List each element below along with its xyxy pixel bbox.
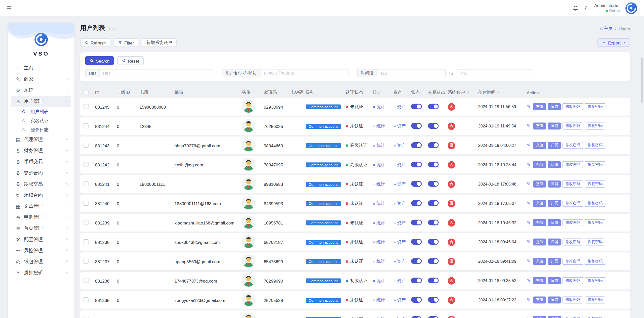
username-input[interactable] bbox=[260, 69, 348, 77]
assets-link[interactable]: »资产 bbox=[393, 258, 406, 264]
status-toggle[interactable] bbox=[411, 316, 422, 318]
recharge-button[interactable]: 充值 bbox=[533, 180, 546, 188]
row-checkbox[interactable] bbox=[84, 143, 89, 148]
recharge-button[interactable]: 充值 bbox=[533, 316, 546, 318]
user-avatar[interactable] bbox=[242, 274, 255, 287]
sidebar-item[interactable]: ⊕ 申购管理 › bbox=[11, 212, 71, 223]
recharge-button[interactable]: 充值 bbox=[533, 142, 546, 149]
time-start-input[interactable] bbox=[377, 69, 446, 77]
sidebar-item[interactable]: ⚙ 系统 › bbox=[11, 85, 71, 96]
change-password-button[interactable]: 修改密码 bbox=[562, 122, 583, 129]
trade-status-toggle[interactable] bbox=[428, 239, 439, 245]
status-toggle[interactable] bbox=[411, 142, 422, 148]
assign-button[interactable]: 归属 bbox=[548, 142, 561, 149]
assets-link[interactable]: »资产 bbox=[393, 162, 406, 168]
recharge-button[interactable]: 充值 bbox=[533, 103, 546, 110]
column-header[interactable]: 电销码 bbox=[291, 90, 306, 96]
trade-status-toggle[interactable] bbox=[428, 297, 439, 302]
row-checkbox[interactable] bbox=[84, 181, 89, 186]
sidebar-item[interactable]: ⚒ 配置管理 › bbox=[11, 234, 71, 245]
restore-password-button[interactable]: 恢复密码 bbox=[585, 122, 606, 129]
restore-password-button[interactable]: 恢复密码 bbox=[585, 103, 606, 110]
stats-link[interactable]: »统计 bbox=[373, 123, 385, 129]
row-checkbox[interactable] bbox=[84, 200, 89, 205]
column-header[interactable]: 邀请码 bbox=[264, 90, 291, 96]
assign-button[interactable]: 归属 bbox=[548, 296, 561, 303]
assign-button[interactable]: 归属 bbox=[548, 316, 561, 318]
status-toggle[interactable] bbox=[411, 219, 422, 225]
stats-link[interactable]: »统计 bbox=[373, 297, 385, 303]
column-header[interactable]: 头像 bbox=[242, 90, 264, 96]
sidebar-item[interactable]: Ƀ 期权交易 › bbox=[11, 178, 71, 190]
user-avatar[interactable] bbox=[242, 196, 255, 209]
column-header[interactable]: 状态 bbox=[411, 90, 428, 96]
edit-icon[interactable]: ✎ bbox=[527, 220, 531, 225]
row-checkbox[interactable] bbox=[84, 258, 89, 263]
change-password-button[interactable]: 修改密码 bbox=[562, 239, 583, 246]
user-avatar[interactable] bbox=[242, 119, 255, 132]
status-toggle[interactable] bbox=[411, 181, 422, 187]
assets-link[interactable]: »资产 bbox=[393, 123, 406, 129]
column-header[interactable]: 级别 bbox=[306, 90, 346, 96]
column-header[interactable]: 创建时间↑ bbox=[478, 90, 527, 96]
sidebar-item[interactable]: ◎ 钱包管理 › bbox=[11, 256, 71, 267]
status-toggle[interactable] bbox=[411, 258, 422, 264]
change-password-button[interactable]: 修改密码 bbox=[562, 142, 583, 149]
select-all-checkbox[interactable] bbox=[84, 90, 89, 95]
time-end-input[interactable] bbox=[456, 69, 532, 77]
column-filter-icon[interactable]: ▽ bbox=[467, 91, 469, 95]
trade-status-toggle[interactable] bbox=[428, 316, 439, 318]
export-button[interactable]: Export ▾ bbox=[597, 38, 630, 47]
sidebar-subitem[interactable]: 用户列表 bbox=[11, 107, 71, 116]
recharge-button[interactable]: 充值 bbox=[533, 258, 546, 265]
restore-password-button[interactable]: 恢复密码 bbox=[585, 258, 606, 265]
profile-avatar[interactable] bbox=[625, 2, 637, 14]
change-password-button[interactable]: 修改密码 bbox=[562, 316, 583, 318]
edit-icon[interactable]: ✎ bbox=[527, 162, 531, 167]
stats-link[interactable]: »统计 bbox=[373, 181, 385, 187]
assign-button[interactable]: 归属 bbox=[548, 239, 561, 246]
sidebar-item[interactable]: ▦ 文章管理 › bbox=[11, 201, 71, 212]
add-system-account-button[interactable]: 新增系统账户 bbox=[142, 38, 177, 47]
assets-link[interactable]: »资产 bbox=[393, 278, 406, 284]
assets-link[interactable]: »资产 bbox=[393, 143, 406, 148]
sidebar-item[interactable]: B 币币交易 › bbox=[11, 156, 71, 167]
assets-link[interactable]: »资产 bbox=[393, 239, 406, 245]
user-info[interactable]: Administrator Online bbox=[594, 3, 620, 13]
row-checkbox[interactable] bbox=[84, 316, 89, 318]
assign-button[interactable]: 归属 bbox=[548, 258, 561, 265]
stats-link[interactable]: »统计 bbox=[373, 162, 385, 168]
row-checkbox[interactable] bbox=[84, 104, 89, 109]
column-header[interactable]: ID bbox=[95, 90, 117, 95]
user-avatar[interactable] bbox=[242, 216, 255, 229]
status-toggle[interactable] bbox=[411, 161, 422, 167]
change-password-button[interactable]: 修改密码 bbox=[562, 200, 583, 207]
refresh-button[interactable]: ↻ Refresh bbox=[80, 38, 110, 47]
hamburger-menu-icon[interactable]: ☰ bbox=[7, 5, 12, 12]
trade-status-toggle[interactable] bbox=[428, 123, 439, 128]
user-avatar[interactable] bbox=[242, 254, 255, 267]
restore-password-button[interactable]: 恢复密码 bbox=[585, 180, 606, 188]
change-password-button[interactable]: 修改密码 bbox=[562, 161, 583, 168]
reset-button[interactable]: ↺ Reset bbox=[117, 56, 144, 65]
stats-link[interactable]: »统计 bbox=[373, 220, 385, 225]
assign-button[interactable]: 归属 bbox=[548, 122, 561, 129]
column-header[interactable]: 电话 bbox=[140, 90, 175, 96]
assets-link[interactable]: »资产 bbox=[393, 316, 406, 318]
status-toggle[interactable] bbox=[411, 239, 422, 245]
recharge-button[interactable]: 充值 bbox=[533, 219, 546, 226]
assign-button[interactable]: 归属 bbox=[548, 161, 561, 168]
user-avatar[interactable] bbox=[242, 235, 255, 248]
stats-link[interactable]: »统计 bbox=[373, 143, 385, 148]
restore-password-button[interactable]: 恢复密码 bbox=[585, 239, 606, 246]
assign-button[interactable]: 归属 bbox=[548, 103, 561, 110]
edit-icon[interactable]: ✎ bbox=[527, 317, 531, 318]
sidebar-item[interactable]: Ƀ 交割合约 › bbox=[11, 167, 71, 178]
status-toggle[interactable] bbox=[411, 200, 422, 206]
row-checkbox[interactable] bbox=[84, 220, 89, 225]
stats-link[interactable]: »统计 bbox=[373, 239, 385, 245]
row-checkbox[interactable] bbox=[84, 239, 89, 244]
sidebar-item[interactable]: ♙ 用户管理 › bbox=[11, 96, 71, 107]
sort-ascending-icon[interactable]: ↑ bbox=[497, 90, 499, 95]
column-header[interactable]: 上级ID bbox=[117, 90, 140, 96]
